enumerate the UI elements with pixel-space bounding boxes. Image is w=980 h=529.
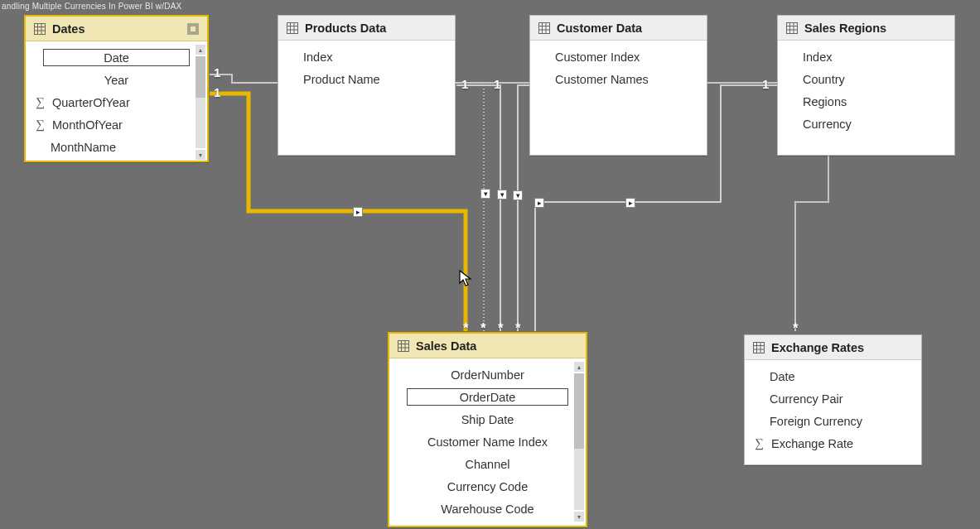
- field-monthofyear[interactable]: ∑MonthOfYear: [26, 113, 207, 136]
- table-dates[interactable]: Dates Date Year ∑QuarterOfYear ∑MonthOfY…: [24, 15, 209, 162]
- table-products[interactable]: Products Data Index Product Name: [278, 15, 456, 156]
- field-country[interactable]: Country: [778, 68, 954, 90]
- table-body: OrderNumber OrderDate Ship Date Customer…: [389, 358, 586, 525]
- filter-direction-icon: ▾: [480, 189, 490, 199]
- field-date[interactable]: Date: [41, 46, 192, 69]
- table-exchange[interactable]: Exchange Rates Date Currency Pair Foreig…: [744, 334, 922, 465]
- sigma-icon: ∑: [36, 118, 47, 132]
- field-channel[interactable]: Channel: [389, 453, 586, 475]
- table-title: Sales Data: [416, 339, 577, 353]
- filter-direction-icon: ▸: [625, 198, 635, 208]
- table-title: Sales Regions: [804, 22, 946, 35]
- table-customer[interactable]: Customer Data Customer Index Customer Na…: [529, 15, 707, 156]
- field-index[interactable]: Index: [278, 46, 455, 68]
- expand-icon[interactable]: [187, 23, 199, 35]
- svg-rect-7: [287, 22, 298, 33]
- table-icon: [753, 342, 765, 353]
- mouse-cursor: [459, 270, 472, 288]
- field-warehousecode[interactable]: Warehouse Code: [389, 498, 586, 520]
- cardinality-one: 1: [494, 77, 500, 91]
- table-header[interactable]: Sales Data: [389, 334, 586, 358]
- filter-direction-icon: ▾: [513, 190, 523, 200]
- field-quarterofyear[interactable]: ∑QuarterOfYear: [26, 91, 207, 113]
- field-year[interactable]: Year: [26, 69, 207, 91]
- table-regions[interactable]: Sales Regions Index Country Regions Curr…: [777, 15, 955, 156]
- field-currency[interactable]: Currency: [778, 113, 954, 135]
- table-body: Date Year ∑QuarterOfYear ∑MonthOfYear Mo…: [26, 41, 207, 163]
- table-title: Exchange Rates: [771, 341, 913, 354]
- field-index[interactable]: Index: [778, 46, 954, 68]
- field-regions[interactable]: Regions: [778, 90, 954, 113]
- svg-rect-17: [787, 22, 798, 33]
- field-currencycode[interactable]: Currency Code: [389, 475, 586, 498]
- filter-direction-icon: ▾: [497, 190, 507, 200]
- video-title-overlay: andling Multiple Currencies In Power BI …: [2, 2, 181, 11]
- scroll-down-icon[interactable]: ▾: [196, 150, 205, 160]
- field-exchangerate[interactable]: ∑Exchange Rate: [745, 432, 921, 454]
- scrollbar[interactable]: ▴ ▾: [574, 362, 584, 522]
- table-icon: [34, 23, 46, 35]
- filter-direction-icon: ▸: [534, 198, 544, 208]
- sigma-icon: ∑: [36, 95, 47, 109]
- table-sales[interactable]: Sales Data OrderNumber OrderDate Ship Da…: [388, 332, 587, 527]
- table-title: Dates: [52, 22, 181, 36]
- cardinality-one: 1: [214, 65, 220, 79]
- field-ordernumber[interactable]: OrderNumber: [389, 363, 586, 386]
- field-customernameindex[interactable]: Customer Name Index: [389, 430, 586, 453]
- table-icon: [786, 22, 798, 34]
- svg-rect-6: [190, 26, 196, 32]
- table-header[interactable]: Exchange Rates: [745, 335, 921, 360]
- cardinality-one: 1: [461, 77, 468, 91]
- field-foreigncurrency[interactable]: Foreign Currency: [745, 410, 921, 432]
- table-icon: [398, 340, 409, 352]
- cardinality-one: 1: [214, 85, 220, 99]
- table-body: Customer Index Customer Names: [530, 41, 707, 95]
- svg-rect-22: [398, 340, 409, 351]
- scrollbar[interactable]: ▴ ▾: [196, 45, 205, 160]
- cardinality-one: 1: [762, 77, 769, 91]
- table-title: Customer Data: [557, 22, 698, 35]
- sigma-icon: ∑: [755, 436, 766, 450]
- field-currencypair[interactable]: Currency Pair: [745, 387, 921, 410]
- field-productname[interactable]: Product Name: [278, 68, 455, 90]
- table-body: Index Product Name: [278, 41, 455, 95]
- field-date[interactable]: Date: [745, 365, 921, 387]
- table-header[interactable]: Products Data: [278, 16, 455, 41]
- scroll-up-icon[interactable]: ▴: [196, 45, 205, 55]
- filter-direction-icon: ▸: [353, 207, 363, 217]
- table-body: Date Currency Pair Foreign Currency ∑Exc…: [745, 360, 921, 459]
- scroll-up-icon[interactable]: ▴: [574, 362, 584, 372]
- table-body: Index Country Regions Currency: [778, 41, 954, 140]
- field-shipdate[interactable]: Ship Date: [389, 408, 586, 430]
- table-header[interactable]: Dates: [26, 17, 207, 41]
- table-icon: [287, 22, 298, 34]
- svg-rect-27: [754, 342, 765, 353]
- field-monthname[interactable]: MonthName: [26, 136, 207, 158]
- svg-rect-12: [539, 22, 550, 33]
- field-orderdate[interactable]: OrderDate: [404, 386, 571, 408]
- scroll-down-icon[interactable]: ▾: [574, 512, 584, 522]
- svg-rect-0: [35, 23, 46, 34]
- field-customernames[interactable]: Customer Names: [530, 68, 707, 90]
- table-header[interactable]: Customer Data: [530, 16, 707, 41]
- table-title: Products Data: [305, 22, 447, 35]
- field-customerindex[interactable]: Customer Index: [530, 46, 707, 68]
- table-header[interactable]: Sales Regions: [778, 16, 954, 41]
- table-icon: [538, 22, 550, 34]
